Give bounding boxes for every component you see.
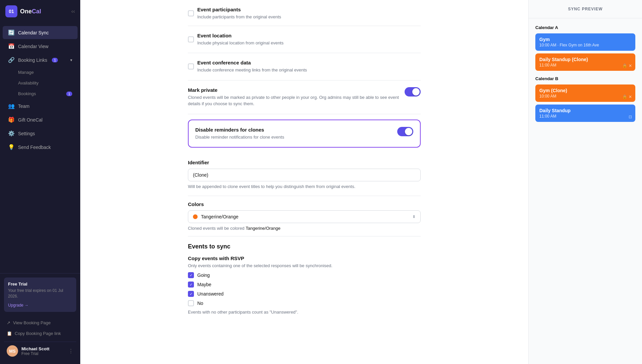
preview-event-icons: 🔒 ✕ — [622, 63, 632, 68]
content-area: Event participants Include participants … — [177, 0, 431, 335]
colors-section: Colors Tangerine/Orange ⬍ Cloned events … — [188, 196, 421, 236]
copy-event-icon: ⊡ — [629, 115, 632, 119]
preview-event-standup-clone-title: Daily Standup (Clone) — [539, 57, 631, 62]
sidebar-item-availability[interactable]: Availability — [3, 78, 78, 88]
event-participants-desc: Include participants from the original e… — [197, 14, 281, 20]
rsvp-maybe-row: Maybe — [188, 282, 421, 288]
preview-event-daily-standup: Daily Standup 11:00 AM ⊡ — [535, 105, 635, 122]
rsvp-going-checkbox[interactable] — [188, 272, 194, 278]
copy-booking-link[interactable]: 📋 Copy Booking Page link — [4, 328, 76, 339]
view-booking-label: View Booking Page — [13, 320, 51, 325]
main-content: Event participants Include participants … — [80, 0, 528, 364]
event-participants-section: Event participants Include participants … — [188, 0, 421, 26]
event-participants-checkbox[interactable] — [188, 10, 194, 16]
view-booking-page-link[interactable]: ↗ View Booking Page — [4, 318, 76, 328]
preview-event-standup-clone-sub: 11:00 AM — [539, 63, 631, 67]
preview-body: Calendar A Gym 10:00 AM · Flex Gym on 16… — [529, 18, 642, 131]
user-profile: MS Michael Scott Free Trial ⋮ — [4, 342, 76, 360]
preview-event-gym-title: Gym — [539, 37, 631, 42]
rsvp-unanswered-label: Unanswered — [197, 291, 224, 297]
rsvp-going-label: Going — [197, 272, 210, 278]
colors-label: Colors — [188, 201, 421, 207]
sync-preview-title: SYNC PREVIEW — [529, 0, 642, 18]
copy-rsvp-desc: Only events containing one of the select… — [188, 263, 421, 268]
preview-event-gym: Gym 10:00 AM · Flex Gym on 16th Ave — [535, 33, 635, 51]
sidebar-nav: 🔄 Calendar Sync 📅 Calendar View 🔗 Bookin… — [0, 23, 80, 273]
external-link-icon: ↗ — [7, 320, 10, 325]
sidebar-item-settings[interactable]: ⚙️ Settings — [3, 127, 78, 140]
app-logo-icon: 01 — [5, 5, 17, 17]
sidebar-footer-links: ↗ View Booking Page 📋 Copy Booking Page … — [4, 316, 76, 340]
bookings-badge: 1 — [66, 92, 72, 96]
lock-icon: 🔒 — [622, 63, 627, 68]
free-trial-desc: Your free trial expires on 01 Jul 2026. — [8, 288, 72, 299]
sidebar-item-calendar-sync[interactable]: 🔄 Calendar Sync — [3, 26, 78, 39]
identifier-section: Identifier Will be appended to clone eve… — [188, 153, 421, 196]
event-conference-title: Event conference data — [197, 60, 307, 65]
events-to-sync-section: Events to sync Copy events with RSVP Onl… — [188, 236, 421, 321]
color-select-text: Tangerine/Orange — [201, 214, 412, 219]
sync-preview-panel: SYNC PREVIEW Calendar A Gym 10:00 AM · F… — [528, 0, 642, 364]
preview-event-standup-sub: 11:00 AM — [539, 114, 631, 119]
identifier-helper: Will be appended to clone event titles t… — [188, 184, 421, 189]
copy-booking-label: Copy Booking Page link — [15, 331, 61, 336]
preview-event-gym-clone: Gym (Clone) 10:00 AM 🔒 ✕ — [535, 84, 635, 102]
sidebar-item-bookings[interactable]: Bookings 1 — [3, 88, 78, 99]
event-location-section: Event location Include physical location… — [188, 26, 421, 53]
preview-event-standup-title: Daily Standup — [539, 108, 631, 113]
event-location-desc: Include physical location from original … — [197, 40, 284, 46]
sidebar-item-label: Settings — [18, 131, 35, 136]
rsvp-unanswered-checkbox[interactable] — [188, 291, 194, 297]
event-conference-section: Event conference data Include conference… — [188, 53, 421, 80]
sidebar-collapse-button[interactable]: ‹‹ — [71, 8, 75, 14]
preview-event-gym-clone-title: Gym (Clone) — [539, 88, 631, 93]
identifier-input[interactable] — [188, 169, 421, 181]
avatar: MS — [7, 345, 18, 357]
events-section-title: Events to sync — [188, 243, 421, 250]
sidebar-item-calendar-view[interactable]: 📅 Calendar View — [3, 40, 78, 53]
user-name: Michael Scott — [21, 346, 65, 351]
preview-event-gym-sub: 10:00 AM · Flex Gym on 16th Ave — [539, 43, 631, 47]
color-select-dropdown[interactable]: Tangerine/Orange ⬍ — [188, 210, 421, 223]
user-plan: Free Trial — [21, 351, 65, 356]
select-arrows-icon: ⬍ — [412, 214, 416, 219]
rsvp-maybe-checkbox[interactable] — [188, 282, 194, 288]
chevron-down-icon: ▾ — [70, 58, 72, 62]
sidebar-item-label: Calendar View — [18, 44, 48, 49]
mark-private-section: Mark private Cloned events will be marke… — [188, 80, 421, 114]
event-conference-desc: Include conference meeting links from th… — [197, 67, 307, 73]
sidebar-item-label: Booking Links — [18, 57, 47, 63]
sidebar: 01 OneCal ‹‹ 🔄 Calendar Sync 📅 Calendar … — [0, 0, 80, 364]
sidebar-item-manage[interactable]: Manage — [3, 67, 78, 77]
feedback-icon: 💡 — [8, 144, 15, 150]
event-location-checkbox[interactable] — [188, 36, 194, 42]
mark-private-toggle[interactable] — [405, 87, 421, 97]
colors-helper: Cloned events will be colored Tangerine/… — [188, 226, 421, 231]
sidebar-item-feedback[interactable]: 💡 Send Feedback — [3, 141, 78, 154]
sidebar-item-booking-links[interactable]: 🔗 Booking Links 1 ▾ — [3, 53, 78, 66]
calendar-b-label: Calendar B — [535, 76, 635, 81]
event-participants-title: Event participants — [197, 7, 281, 12]
event-location-title: Event location — [197, 33, 284, 38]
user-menu-button[interactable]: ⋮ — [68, 348, 74, 354]
copy-icon: 📋 — [7, 331, 12, 336]
sidebar-logo: 01 OneCal ‹‹ — [0, 0, 80, 23]
color-dot — [193, 214, 198, 219]
user-info: Michael Scott Free Trial — [21, 346, 65, 356]
booking-links-icon: 🔗 — [8, 57, 15, 63]
disable-reminders-toggle[interactable] — [397, 127, 413, 136]
sidebar-sub-item-label: Availability — [18, 80, 38, 85]
sidebar-item-label: Gift OneCal — [18, 117, 42, 123]
event-conference-checkbox[interactable] — [188, 63, 194, 69]
sidebar-sub-item-label: Bookings — [18, 91, 36, 96]
sidebar-bottom: Free Trial Your free trial expires on 01… — [0, 273, 80, 364]
sidebar-item-gift[interactable]: 🎁 Gift OneCal — [3, 113, 78, 126]
preview-event-icons-2: 🔒 ✕ — [622, 95, 632, 99]
upgrade-link[interactable]: Upgrade → — [8, 303, 28, 308]
rsvp-no-checkbox[interactable] — [188, 300, 194, 306]
rsvp-note: Events with no other participants count … — [188, 310, 421, 315]
gift-icon: 🎁 — [8, 117, 15, 123]
sidebar-item-label: Team — [18, 104, 29, 109]
sidebar-item-label: Send Feedback — [18, 145, 51, 150]
sidebar-item-team[interactable]: 👥 Team — [3, 100, 78, 113]
